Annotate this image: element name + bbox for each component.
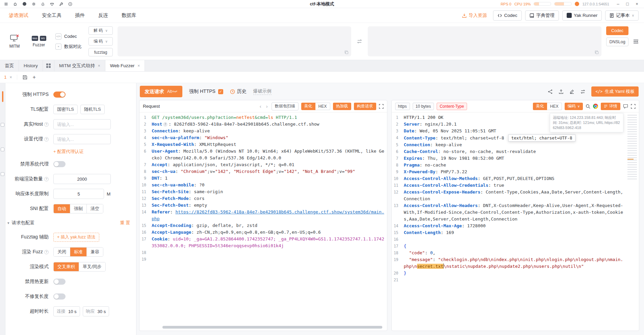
data-compare-item[interactable]: ≍ 数据对比 [55,44,82,50]
tab-mitm[interactable]: MITM 交互式劫持 × [54,60,105,71]
code-line[interactable]: 13Sec-Fetch-Dest: empty [139,202,387,209]
home-icon[interactable] [13,2,17,6]
code-line[interactable]: 4sec-ch-ua-platform: "Windows" [139,134,387,141]
protocol-tag[interactable]: https [395,103,410,110]
prev-history-icon[interactable]: ‹ [259,103,262,109]
detail-button[interactable]: 详情 [601,103,620,110]
code-line[interactable]: 4Content-Type: text/html; charset=utf-8t… [392,134,626,141]
share-icon[interactable] [548,89,553,94]
help-icon[interactable] [68,2,72,6]
render-count-input[interactable] [53,174,111,184]
copy-icon[interactable] [595,50,599,54]
menu-icon[interactable] [4,2,8,6]
send-request-button[interactable]: 发送请求 Alt+↵ [140,86,182,97]
fuzz-off-option[interactable]: 关闭 [54,248,70,256]
codec-tool-item[interactable]: </> Codec [55,33,82,40]
code-line[interactable]: 12Access-Control-Expose-Headers: Content… [392,189,626,202]
length-limit-input[interactable] [53,189,104,199]
fuzztag-button[interactable]: fuzztag [88,48,113,56]
hex-button[interactable]: HEX [315,103,330,110]
codec-output-area[interactable] [368,26,601,56]
response-editor[interactable]: 1HTTP/1.1 200 OK2Server: nginx/1.20.13Da… [392,114,626,331]
list-layout-icon[interactable] [633,39,639,44]
force-https-toggle[interactable] [53,92,66,98]
decode-dropdown[interactable]: 解 码 ∨ [88,26,113,35]
hex-button[interactable]: HEX [547,103,562,110]
fuzz-standard-option[interactable]: 标准 [70,248,86,256]
fullscreen-icon[interactable] [379,104,384,109]
hot-reload-button[interactable]: 热加载 [333,103,351,110]
code-line[interactable]: 13Access-Control-Allow-Headers: DNT,X-Cu… [392,202,626,223]
connect-timeout-input[interactable]: 连接 10 s [53,306,80,316]
code-line[interactable]: 19 "message": "checklogin.php\ndb\nindex… [392,256,626,270]
encode-dropdown[interactable]: 编 码 ∨ [88,37,113,46]
bell-icon[interactable] [41,2,45,6]
mode-sync-option[interactable]: 草叉/同步 [79,262,105,271]
generate-yaml-button[interactable]: </> 生成 Yaml 模板 [591,86,639,97]
force-https-checkbox[interactable]: ✓ [218,89,223,94]
code-line[interactable]: 17{ [392,243,626,250]
code-line[interactable]: 7Accept: application/json, text/javascri… [139,161,387,168]
disable-hot-reload-toggle[interactable] [53,279,66,285]
menu-item-plugins[interactable]: 插件 [75,12,85,19]
fullscreen-icon[interactable] [631,104,636,109]
collapsed-panel-icon[interactable] [1,172,4,176]
size-tag[interactable]: 10 bytes [413,103,434,110]
code-line[interactable]: 11Access-Control-Allow-Credentials: true [392,182,626,189]
code-line[interactable]: 6User-Agent: Mozilla/5.0 (Windows NT 10.… [139,148,387,161]
scale-icon[interactable] [50,2,54,6]
beautify-button[interactable]: 美化 [533,103,547,110]
yak-runner-button[interactable]: Yak Runner [562,10,602,21]
code-line[interactable]: 6Cache-Control: no-store, no-cache, must… [392,148,626,155]
menu-item-sectools[interactable]: 安全工具 [42,12,61,19]
real-host-input[interactable] [53,119,111,129]
user-icon[interactable] [22,2,27,6]
request-editor[interactable]: 1GET /system36d/users.php?action=netTest… [139,114,387,263]
code-line[interactable]: 16Accept-Language: zh-CN,zh;q=0.9,en;q=0… [139,229,387,236]
add-fuzzer-tab-button[interactable]: + [33,74,36,80]
code-line[interactable]: 14Referer: https://8262fd83-5962-418a-84… [139,209,387,222]
code-line[interactable]: 15Content-Length: 169 [392,229,626,236]
search-icon[interactable] [586,104,590,109]
proxy-input[interactable] [53,134,111,144]
import-resource-link[interactable]: 导入资源 [462,12,487,19]
code-line[interactable]: 21 [392,277,626,283]
menu-item-database[interactable]: 数据库 [122,12,136,19]
code-line[interactable]: 5X-Requested-With: XMLHttpRequest [139,141,387,148]
code-line[interactable]: 14Access-Control-Max-Age: 1728000 [392,223,626,229]
comment-icon[interactable] [623,104,628,109]
mode-cross-product-option[interactable]: 交叉乘积 [54,262,79,271]
code-line[interactable]: 10Access-Control-Allow-Methods: GET,POST… [392,175,626,182]
code-line[interactable]: 20} [392,270,626,277]
encoding-dropdown[interactable]: 编码 ∨ [565,103,583,110]
tab-history[interactable]: History [19,60,43,71]
code-line[interactable]: 16 [392,236,626,243]
copy-icon[interactable] [344,50,349,54]
dnslog-button[interactable]: DNSLog [606,37,628,46]
open-in-browser-icon[interactable] [593,104,598,109]
brute-example-link[interactable]: 爆破示例 [253,88,272,95]
code-line[interactable]: 12Sec-Fetch-Mode: cors [139,195,387,202]
code-line[interactable]: 18 "code": 0, [392,250,626,256]
code-line[interactable]: 9DNT: 1 [139,175,387,182]
collapsed-panel-icon[interactable] [1,148,4,151]
host-help-badge-icon[interactable]: ? [163,122,168,127]
gear-icon[interactable] [32,2,36,6]
codec-run-button[interactable]: Codec [606,26,628,35]
minimize-button[interactable]: – [614,0,622,8]
code-line[interactable]: 15Accept-Encoding: gzip, deflate, br, zs… [139,222,387,229]
export-icon[interactable] [559,89,564,94]
code-line[interactable]: 18 [139,249,387,256]
fuzzer-shortcut[interactable]: Web WS Fuzzer [29,26,49,57]
codec-input-area[interactable] [118,26,351,56]
code-line[interactable]: 9X-Powered-By: PHP/7.3.22 [392,169,626,175]
close-tab-icon[interactable]: × [137,63,140,68]
sni-force-option[interactable]: 强制 [70,204,86,213]
code-line[interactable]: 7Expires: Thu, 19 Nov 1981 08:52:00 GMT [392,155,626,162]
menu-item-pentest[interactable]: 渗透测试 [9,12,28,19]
next-history-icon[interactable]: › [265,103,269,109]
horizontal-scrollbar[interactable] [142,325,384,329]
tab-home[interactable]: 首页 [0,60,19,71]
fuzz-compat-option[interactable]: 兼容 [86,248,103,256]
insert-fuzz-button[interactable]: + 插入 yak.fuzz 语法 [53,233,99,242]
